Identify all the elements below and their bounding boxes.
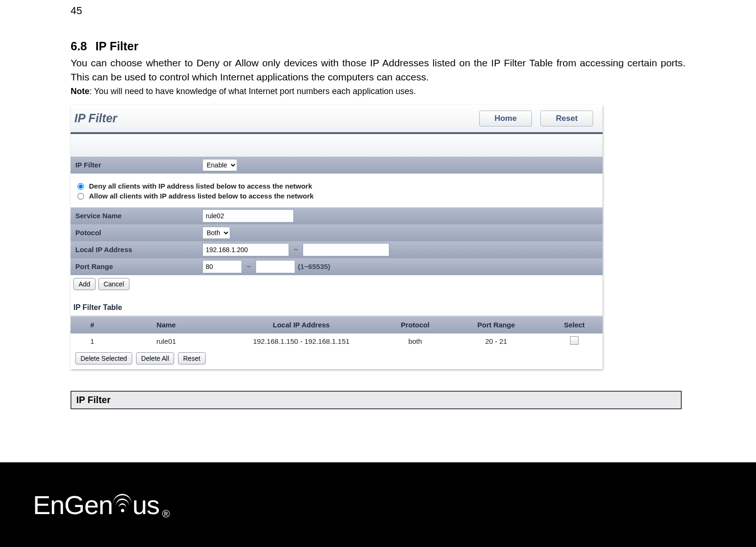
service-name-label: Service Name (71, 212, 202, 220)
port-from-input[interactable] (202, 260, 242, 273)
enable-select[interactable]: Enable (202, 159, 237, 171)
boxed-heading: IP Filter (71, 391, 681, 409)
cancel-button[interactable]: Cancel (98, 278, 129, 290)
service-name-input[interactable] (202, 209, 294, 222)
local-ip-from-input[interactable] (202, 243, 289, 256)
cell-name: rule01 (114, 333, 218, 349)
th-ip: Local IP Address (218, 317, 384, 333)
page-number: 45 (71, 0, 685, 31)
radio-deny-input[interactable] (77, 183, 84, 190)
radio-deny-label: Deny all clients with IP address listed … (89, 182, 312, 190)
engenius-logo: EnGenus® (33, 490, 169, 520)
th-select: Select (546, 317, 603, 333)
logo-part-us: us (132, 490, 159, 520)
cell-select (546, 333, 603, 349)
panel-title: IP Filter (74, 111, 117, 125)
th-name: Name (114, 317, 218, 333)
radio-deny[interactable]: Deny all clients with IP address listed … (75, 182, 603, 190)
protocol-select[interactable]: Both (202, 227, 230, 239)
body-paragraph: You can choose whether to Deny or Allow … (71, 56, 685, 85)
radio-allow-input[interactable] (77, 193, 84, 200)
port-range-label: Port Range (71, 262, 202, 270)
note-text: : You will need to have knowledge of wha… (89, 87, 416, 96)
select-checkbox[interactable] (570, 336, 579, 345)
note-label: Note (71, 87, 89, 96)
section-title: IP Filter (96, 40, 138, 53)
page-footer: EnGenus® (0, 462, 756, 547)
cell-ip: 192.168.1.150 - 192.168.1.151 (218, 333, 384, 349)
local-ip-label: Local IP Address (71, 246, 202, 254)
table-header-row: # Name Local IP Address Protocol Port Ra… (71, 317, 603, 333)
enable-row: IP Filter Enable (71, 157, 603, 174)
ip-filter-table: # Name Local IP Address Protocol Port Ra… (71, 317, 603, 349)
note-line: Note: You will need to have knowledge of… (71, 87, 685, 96)
tilde-separator-2: ~ (242, 262, 256, 270)
radio-allow[interactable]: Allow all clients with IP address listed… (75, 192, 603, 200)
th-protocol: Protocol (384, 317, 446, 333)
boxed-heading-container: IP Filter (71, 391, 682, 409)
protocol-label: Potocol (71, 229, 202, 237)
table-row: 1 rule01 192.168.1.150 - 192.168.1.151 b… (71, 333, 603, 349)
port-to-input[interactable] (256, 260, 295, 273)
router-ui-screenshot: IP Filter Home Reset IP Filter Enable (71, 105, 603, 369)
delete-selected-button[interactable]: Delete Selected (75, 352, 132, 365)
delete-all-button[interactable]: Delete All (136, 352, 174, 365)
radio-allow-label: Allow all clients with IP address listed… (89, 192, 314, 200)
wifi-icon (113, 494, 132, 520)
th-port-range: Port Range (446, 317, 546, 333)
enable-label: IP Filter (71, 161, 202, 169)
cell-protocol: both (384, 333, 446, 349)
home-button[interactable]: Home (479, 111, 532, 127)
local-ip-to-input[interactable] (303, 243, 389, 256)
tilde-separator: ~ (289, 246, 303, 254)
table-reset-button[interactable]: Reset (178, 352, 206, 365)
logo-part-gen: Gen (64, 490, 113, 520)
port-hint: (1~65535) (298, 262, 330, 270)
th-index: # (71, 317, 114, 333)
cell-port-range: 20 - 21 (446, 333, 546, 349)
reset-button[interactable]: Reset (540, 111, 593, 127)
logo-part-en: En (33, 490, 64, 520)
cell-index: 1 (71, 333, 114, 349)
registered-icon: ® (162, 508, 169, 520)
add-button[interactable]: Add (73, 278, 96, 290)
section-number: 6.8 (71, 40, 87, 53)
filter-table-heading: IP Filter Table (71, 300, 603, 316)
section-heading: 6.8IP Filter (71, 40, 685, 53)
